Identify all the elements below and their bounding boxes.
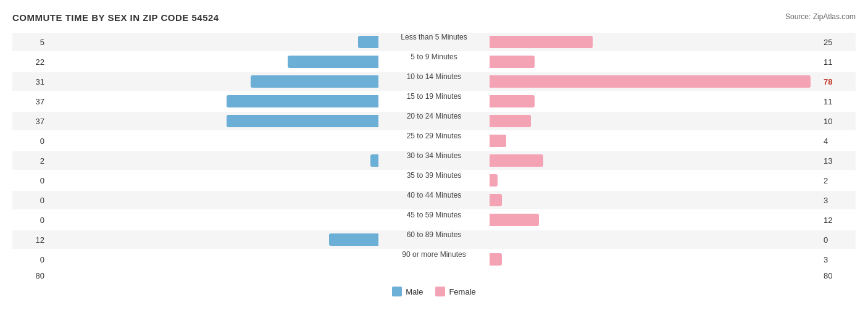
chart-row: 3715 to 19 Minutes11 xyxy=(12,92,856,111)
male-value: 5 xyxy=(12,38,49,47)
female-bar xyxy=(490,174,498,187)
chart-legend: Male Female xyxy=(12,287,856,296)
female-side xyxy=(490,171,819,190)
female-value: 10 xyxy=(819,117,856,126)
chart-row: 230 to 34 Minutes13 xyxy=(12,151,856,170)
bars-area: 40 to 44 Minutes xyxy=(49,191,819,209)
male-bar xyxy=(227,95,379,107)
male-side xyxy=(49,211,378,229)
bars-area: 45 to 59 Minutes xyxy=(49,211,819,229)
female-side xyxy=(490,151,819,170)
male-side xyxy=(49,72,378,91)
bars-area: 15 to 19 Minutes xyxy=(49,92,819,111)
female-value: 2 xyxy=(819,176,856,185)
male-bar xyxy=(251,75,378,88)
axis-center-spacer xyxy=(49,271,819,280)
bars-area: 60 to 89 Minutes xyxy=(49,230,819,249)
row-label: 90 or more Minutes xyxy=(378,250,490,269)
chart-row: 1260 to 89 Minutes0 xyxy=(12,230,856,249)
chart-body: 5Less than 5 Minutes25225 to 9 Minutes11… xyxy=(12,33,856,269)
legend-female-box xyxy=(435,287,445,296)
bars-area: Less than 5 Minutes xyxy=(49,33,819,51)
bars-area: 35 to 39 Minutes xyxy=(49,171,819,190)
female-value: 11 xyxy=(819,97,856,106)
female-side xyxy=(490,250,819,269)
female-side xyxy=(490,112,819,130)
female-bar xyxy=(490,95,535,107)
chart-source: Source: ZipAtlas.com xyxy=(785,12,856,21)
chart-row: 090 or more Minutes3 xyxy=(12,250,856,269)
male-value: 0 xyxy=(12,196,49,205)
axis-left-value: 80 xyxy=(12,271,49,280)
axis-labels: 80 80 xyxy=(12,271,856,280)
female-bar xyxy=(490,56,535,68)
male-side xyxy=(49,33,378,51)
chart-row: 025 to 29 Minutes4 xyxy=(12,132,856,150)
male-bar xyxy=(227,115,379,127)
female-side xyxy=(490,52,819,71)
female-bar xyxy=(490,194,502,206)
row-label: 35 to 39 Minutes xyxy=(378,171,490,190)
row-label: 25 to 29 Minutes xyxy=(378,132,490,150)
female-value: 11 xyxy=(819,57,856,67)
male-side xyxy=(49,191,378,209)
male-side xyxy=(49,151,378,170)
female-side xyxy=(490,230,819,249)
chart-container: COMMUTE TIME BY SEX IN ZIP CODE 54524 So… xyxy=(12,12,856,296)
male-side xyxy=(49,250,378,269)
legend-male: Male xyxy=(392,287,423,296)
chart-row: 3720 to 24 Minutes10 xyxy=(12,112,856,130)
male-value: 0 xyxy=(12,136,49,146)
chart-title: COMMUTE TIME BY SEX IN ZIP CODE 54524 xyxy=(12,12,219,23)
bars-area: 10 to 14 Minutes xyxy=(49,72,819,91)
chart-row: 3110 to 14 Minutes78 xyxy=(12,72,856,91)
male-value: 37 xyxy=(12,117,49,126)
chart-row: 045 to 59 Minutes12 xyxy=(12,211,856,229)
chart-row: 225 to 9 Minutes11 xyxy=(12,52,856,71)
male-value: 31 xyxy=(12,77,49,86)
female-bar xyxy=(490,75,811,88)
female-side xyxy=(490,211,819,229)
female-bar xyxy=(490,214,539,226)
male-side xyxy=(49,92,378,111)
male-side xyxy=(49,230,378,249)
female-bar xyxy=(490,36,593,48)
female-bar xyxy=(490,253,502,266)
chart-header: COMMUTE TIME BY SEX IN ZIP CODE 54524 So… xyxy=(12,12,856,23)
female-side xyxy=(490,92,819,111)
female-side xyxy=(490,191,819,209)
bars-area: 30 to 34 Minutes xyxy=(49,151,819,170)
male-value: 0 xyxy=(12,216,49,225)
female-value: 4 xyxy=(819,136,856,146)
bars-area: 25 to 29 Minutes xyxy=(49,132,819,150)
female-side xyxy=(490,33,819,51)
male-value: 2 xyxy=(12,156,49,166)
axis-right-value: 80 xyxy=(819,271,856,280)
male-bar xyxy=(288,56,378,68)
male-value: 0 xyxy=(12,176,49,185)
bars-area: 20 to 24 Minutes xyxy=(49,112,819,130)
female-value: 13 xyxy=(819,156,856,166)
row-label: 45 to 59 Minutes xyxy=(378,211,490,229)
male-bar xyxy=(329,233,378,246)
male-side xyxy=(49,132,378,150)
bars-area: 90 or more Minutes xyxy=(49,250,819,269)
chart-row: 5Less than 5 Minutes25 xyxy=(12,33,856,51)
chart-row: 035 to 39 Minutes2 xyxy=(12,171,856,190)
female-bar xyxy=(490,115,531,127)
row-label: 20 to 24 Minutes xyxy=(378,112,490,130)
row-label: Less than 5 Minutes xyxy=(378,33,490,51)
female-value: 25 xyxy=(819,38,856,47)
row-label: 5 to 9 Minutes xyxy=(378,52,490,71)
female-value: 12 xyxy=(819,216,856,225)
female-side xyxy=(490,72,819,91)
legend-female: Female xyxy=(435,287,475,296)
row-label: 60 to 89 Minutes xyxy=(378,230,490,249)
male-side xyxy=(49,171,378,190)
legend-male-box xyxy=(392,287,402,296)
male-bar xyxy=(358,36,378,48)
female-value: 78 xyxy=(819,77,856,86)
male-side xyxy=(49,112,378,130)
male-value: 37 xyxy=(12,97,49,106)
row-label: 30 to 34 Minutes xyxy=(378,151,490,170)
